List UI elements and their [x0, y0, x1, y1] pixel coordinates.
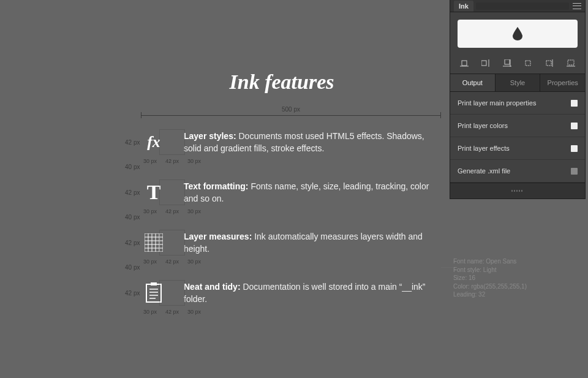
checkbox-icon: [571, 168, 578, 175]
feature-row: 42 px 40 px fx Layer styles: Documents m…: [141, 129, 441, 155]
svg-rect-25: [526, 61, 530, 66]
svg-rect-18: [462, 61, 467, 66]
icon-ruler: 30 px42 px30 px: [141, 259, 203, 265]
grip-icon: [511, 190, 524, 192]
svg-rect-12: [146, 284, 161, 302]
feature-row: 42 px 40 px Layer measures: Ink automati…: [141, 230, 441, 255]
tab-output[interactable]: Output: [450, 74, 496, 91]
tab-style[interactable]: Style: [496, 74, 541, 91]
clipboard-icon: [141, 280, 167, 306]
align-option-5-icon[interactable]: [544, 59, 555, 67]
align-option-6-icon[interactable]: [565, 59, 576, 67]
panel-tab-ink[interactable]: Ink: [454, 1, 473, 12]
connector-line: [441, 267, 453, 268]
svg-rect-13: [151, 282, 157, 285]
svg-rect-28: [568, 60, 574, 65]
page-title: Ink features: [123, 70, 441, 94]
checkbox-icon: [571, 145, 578, 152]
row-height-label: 42 px: [125, 139, 140, 146]
ink-panel: Ink Output Style Properties Print layer …: [450, 0, 586, 199]
grid-icon: [141, 230, 167, 255]
option-print-main-properties[interactable]: Print layer main properties: [450, 92, 585, 115]
fx-icon: fx: [141, 129, 167, 155]
icon-ruler: 30 px42 px30 px: [141, 309, 203, 315]
row-height-label: 42 px: [125, 189, 140, 196]
width-ruler: 500 px: [141, 111, 441, 119]
ruler-width-label: 500 px: [282, 106, 300, 113]
icon-ruler: 30 px42 px30 px: [141, 158, 203, 164]
feature-row: 42 px Neat and tidy: Documentation is we…: [141, 280, 441, 306]
align-option-4-icon[interactable]: [522, 59, 533, 67]
main-content: Ink features 500 px 42 px 40 px fx Layer…: [123, 70, 441, 306]
feature-text: Text formatting: Fonts name, style, size…: [184, 180, 441, 205]
font-info-line: Size: 16: [453, 274, 527, 282]
font-info-line: Leading: 32: [453, 290, 527, 299]
icon-ruler: 30 px42 px30 px: [141, 208, 203, 214]
ink-document-button[interactable]: [458, 20, 578, 48]
feature-text: Layer measures: Ink automatically measur…: [184, 230, 441, 255]
svg-rect-22: [505, 59, 510, 64]
option-print-colors[interactable]: Print layer colors: [450, 115, 585, 137]
panel-header-fill: [476, 2, 569, 10]
feature-text: Neat and tidy: Documentation is well sto…: [184, 281, 441, 306]
font-info-line: Color: rgba(255,255,255,1): [453, 282, 527, 291]
font-info-line: Font style: Light: [453, 266, 527, 274]
drop-icon: [513, 27, 522, 40]
row-height-label: 42 px: [125, 290, 140, 297]
row-gap-label: 40 px: [125, 264, 140, 271]
font-info-line: Font name: Open Sans: [453, 257, 527, 266]
align-toolbar: [450, 55, 585, 74]
option-generate-xml[interactable]: Generate .xml file: [450, 160, 585, 183]
panel-resize-bar[interactable]: [450, 183, 585, 198]
checkbox-icon: [571, 123, 578, 129]
font-info-callout: Font name: Open Sans Font style: Light S…: [453, 257, 527, 299]
svg-rect-26: [546, 61, 551, 66]
row-gap-label: 40 px: [125, 214, 140, 221]
svg-rect-20: [481, 61, 486, 66]
row-height-label: 42 px: [125, 240, 140, 246]
text-icon: T: [141, 180, 167, 205]
align-option-2-icon[interactable]: [480, 59, 491, 67]
panel-tabs: Output Style Properties: [450, 74, 585, 92]
align-option-1-icon[interactable]: [459, 59, 470, 67]
panel-header: Ink: [450, 0, 585, 12]
checkbox-icon: [571, 100, 578, 107]
align-option-3-icon[interactable]: [502, 59, 513, 67]
panel-menu-icon[interactable]: [573, 3, 581, 9]
feature-text: Layer styles: Documents most used HTML5 …: [184, 130, 441, 155]
features-list: 42 px 40 px fx Layer styles: Documents m…: [123, 129, 441, 306]
feature-row: 42 px 40 px T Text formatting: Fonts nam…: [141, 180, 441, 205]
row-gap-label: 40 px: [125, 164, 140, 170]
tab-properties[interactable]: Properties: [540, 74, 585, 91]
option-print-effects[interactable]: Print layer effects: [450, 137, 585, 160]
